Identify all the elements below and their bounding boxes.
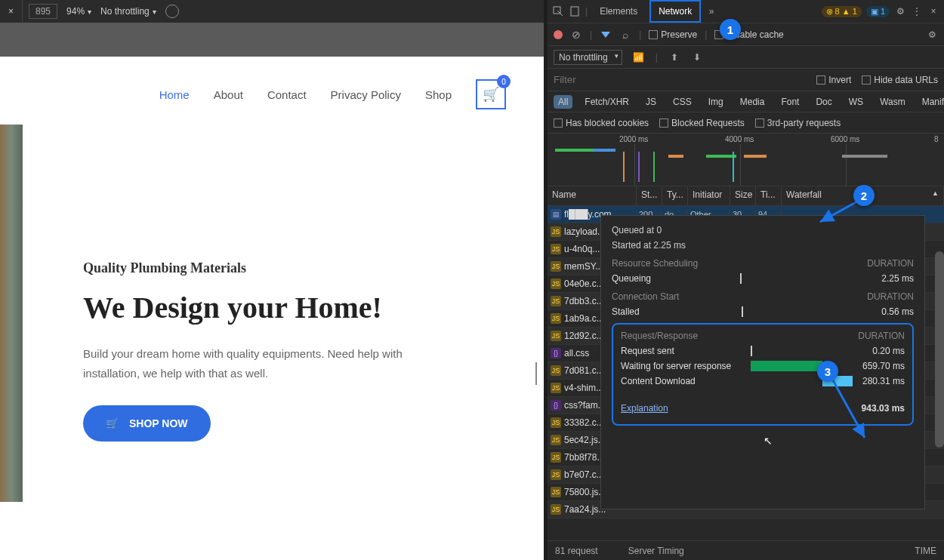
pill-css[interactable]: CSS <box>668 95 696 109</box>
nav-privacy[interactable]: Privacy Policy <box>331 88 401 101</box>
col-size[interactable]: Size <box>730 186 756 205</box>
blocked-requests-checkbox[interactable]: Blocked Requests <box>659 118 745 128</box>
duration-head: DURATION <box>858 331 905 341</box>
hero-image <box>0 125 23 502</box>
pill-wasm[interactable]: Wasm <box>875 95 910 109</box>
annotation-marker-1: 1 <box>720 19 741 40</box>
device-toggle-icon[interactable] <box>569 5 581 17</box>
file-js-icon: JS <box>551 417 561 428</box>
warnings-badge[interactable]: ⊗ 8 ▲ 1 <box>822 6 862 17</box>
file-js-icon: JS <box>551 452 561 463</box>
zoom-dropdown[interactable]: 94% <box>66 6 91 17</box>
download-har-icon[interactable]: ⬇ <box>691 51 703 63</box>
file-js-icon: JS <box>551 296 561 306</box>
file-css-icon: {} <box>551 400 561 411</box>
record-button[interactable] <box>554 30 563 39</box>
resource-type-filters: All Fetch/XHR JS CSS Img Media Font Doc … <box>548 91 944 112</box>
file-css-icon: {} <box>551 348 561 358</box>
scrollbar-thumb[interactable] <box>935 251 944 448</box>
more-tabs-icon[interactable]: » <box>705 5 717 17</box>
rotate-icon[interactable] <box>165 5 179 18</box>
file-js-icon: JS <box>551 487 561 497</box>
invert-checkbox[interactable]: Invert <box>816 75 851 85</box>
pill-js[interactable]: JS <box>641 95 661 109</box>
filter-icon[interactable] <box>600 29 612 41</box>
network-overview[interactable]: 2000 ms 4000 ms 6000 ms 8 <box>548 134 944 186</box>
file-doc-icon: ▤ <box>551 209 561 220</box>
col-time[interactable]: Ti... <box>756 186 782 205</box>
pane-resize-handle[interactable] <box>534 362 540 385</box>
time-column-label: TIME <box>915 546 936 556</box>
network-toolbar: | | Preserve | Disable cache ⚙ <box>548 23 944 46</box>
network-footer: 81 request Server Timing TIME <box>548 540 944 560</box>
waiting-value: 659.70 ms <box>847 361 905 371</box>
file-js-icon: JS <box>551 331 561 341</box>
clear-icon[interactable] <box>570 29 582 41</box>
request-response-box: Request/ResponseDURATION Request sent0.2… <box>612 323 914 426</box>
tab-elements[interactable]: Elements <box>592 2 645 21</box>
website-viewport[interactable]: Home About Contact Privacy Policy Shop 🛒… <box>0 57 544 560</box>
website-preview-pane: × 895 94% No throttling Home About Conta… <box>0 0 544 560</box>
kebab-icon[interactable]: ⋮ <box>911 5 923 17</box>
file-js-icon: JS <box>551 261 561 272</box>
search-icon[interactable] <box>619 29 631 41</box>
col-initiator[interactable]: Initiator <box>688 186 730 205</box>
preserve-log-checkbox[interactable]: Preserve <box>649 29 697 40</box>
col-type[interactable]: Ty... <box>662 186 688 205</box>
info-badge[interactable]: ▣ 1 <box>866 6 890 17</box>
third-party-checkbox[interactable]: 3rd-party requests <box>755 118 841 128</box>
network-throttle-dropdown[interactable]: No throttling <box>554 50 622 65</box>
hide-data-urls-checkbox[interactable]: Hide data URLs <box>862 75 938 85</box>
pill-all[interactable]: All <box>554 95 572 109</box>
filter-row: Invert Hide data URLs <box>548 69 944 91</box>
dimension-input[interactable]: 895 <box>29 4 57 19</box>
throttle-dropdown[interactable]: No throttling <box>100 6 156 17</box>
col-name[interactable]: Name <box>548 186 637 205</box>
timing-breakdown-popup: Queued at 0 Started at 2.25 ms Resource … <box>600 215 925 509</box>
pill-font[interactable]: Font <box>776 95 804 109</box>
resource-scheduling-head: Resource Scheduling <box>612 258 698 269</box>
explanation-link[interactable]: Explanation <box>621 403 668 414</box>
blocked-cookies-checkbox[interactable]: Has blocked cookies <box>554 118 649 128</box>
pill-img[interactable]: Img <box>704 95 728 109</box>
pill-doc[interactable]: Doc <box>811 95 836 109</box>
pill-media[interactable]: Media <box>736 95 770 109</box>
hero-section: Quality Plumbing Materials We Design you… <box>0 125 544 502</box>
cart-button[interactable]: 🛒 0 <box>476 79 506 109</box>
file-js-icon: JS <box>551 469 561 480</box>
annotation-marker-2: 2 <box>853 185 875 206</box>
inspect-icon[interactable] <box>552 5 564 17</box>
pill-manifest[interactable]: Manifest <box>918 95 944 109</box>
queueing-label: Queueing <box>612 273 725 284</box>
stalled-label: Stalled <box>612 306 725 317</box>
nav-shop[interactable]: Shop <box>425 88 452 101</box>
gear-icon[interactable]: ⚙ <box>894 5 906 17</box>
close-icon[interactable]: × <box>0 0 23 23</box>
shop-now-button[interactable]: 🛒 SHOP NOW <box>83 405 211 442</box>
nav-home[interactable]: Home <box>159 88 190 101</box>
close-devtools-icon[interactable]: × <box>927 5 939 17</box>
annotation-marker-3: 3 <box>817 361 838 382</box>
waiting-label: Waiting for server response <box>621 361 734 371</box>
network-throttle-bar: No throttling 📶 | ⬆ ⬇ <box>548 46 944 69</box>
upload-har-icon[interactable]: ⬆ <box>668 51 680 63</box>
file-js-icon: JS <box>551 365 561 376</box>
file-js-icon: JS <box>551 244 561 254</box>
request-sent-label: Request sent <box>621 346 734 356</box>
network-settings-gear-icon[interactable]: ⚙ <box>926 29 938 41</box>
overview-tick: 6000 ms <box>831 135 859 143</box>
pill-fetchxhr[interactable]: Fetch/XHR <box>580 95 634 109</box>
filter-input[interactable] <box>554 74 659 85</box>
wifi-icon[interactable]: 📶 <box>633 51 645 63</box>
filter-checks-row: Has blocked cookies Blocked Requests 3rd… <box>548 112 944 134</box>
col-status[interactable]: St... <box>637 186 662 205</box>
stalled-value: 0.56 ms <box>838 306 914 317</box>
tab-network[interactable]: Network <box>649 0 701 23</box>
pill-ws[interactable]: WS <box>844 95 868 109</box>
devtools-tabs: | Elements Network » ⊗ 8 ▲ 1 ▣ 1 ⚙ ⋮ × <box>548 0 944 23</box>
cursor-icon: ↖ <box>764 435 773 447</box>
server-timing-label: Server Timing <box>628 546 684 556</box>
nav-contact[interactable]: Contact <box>267 88 307 101</box>
file-js-icon: JS <box>551 226 561 237</box>
nav-about[interactable]: About <box>214 88 243 101</box>
